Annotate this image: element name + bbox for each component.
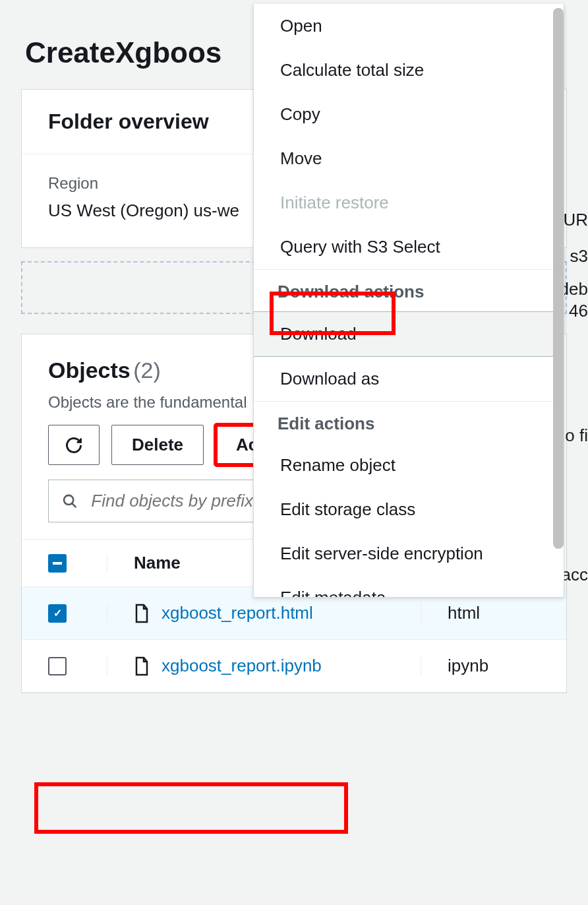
menu-move[interactable]: Move	[254, 137, 564, 181]
description-tail-fragment: acc	[562, 565, 588, 585]
column-name-header[interactable]: Name	[134, 553, 181, 573]
menu-edit-metadata[interactable]: Edit metadata	[254, 576, 564, 598]
file-name: xgboost_report.html	[162, 603, 313, 623]
file-type: ipynb	[448, 656, 488, 676]
file-icon	[134, 604, 150, 623]
select-all-checkbox[interactable]	[48, 554, 67, 573]
actions-dropdown: Open Calculate total size Copy Move Init…	[253, 4, 564, 598]
objects-title: Objects	[48, 358, 131, 383]
s3-uri-value-fragment-3: 46	[569, 301, 588, 321]
menu-edit-encryption[interactable]: Edit server-side encryption	[254, 532, 564, 576]
svg-line-1	[72, 503, 76, 507]
delete-label: Delete	[132, 435, 183, 455]
s3-uri-fragment: UR	[563, 210, 588, 230]
menu-section-edit: Edit actions	[254, 401, 564, 443]
menu-download[interactable]: Download	[254, 311, 564, 357]
menu-section-download: Download actions	[254, 269, 564, 311]
file-name: xgboost_report.ipynb	[162, 656, 322, 676]
file-icon	[134, 656, 150, 676]
menu-open[interactable]: Open	[254, 4, 564, 48]
menu-query-select[interactable]: Query with S3 Select	[254, 225, 564, 269]
menu-calculate-size[interactable]: Calculate total size	[254, 48, 564, 92]
table-row[interactable]: xgboost_report.ipynb ipynb	[22, 640, 566, 693]
menu-download-as[interactable]: Download as	[254, 357, 564, 401]
menu-copy[interactable]: Copy	[254, 92, 564, 137]
file-type: html	[448, 603, 480, 623]
drop-hint-fragment: o fi	[565, 425, 588, 446]
delete-button[interactable]: Delete	[111, 425, 204, 465]
search-icon	[62, 493, 78, 510]
file-link[interactable]: xgboost_report.ipynb	[134, 656, 322, 676]
menu-edit-storage[interactable]: Edit storage class	[254, 487, 564, 532]
menu-rename[interactable]: Rename object	[254, 443, 564, 487]
scrollbar[interactable]	[553, 8, 564, 549]
refresh-button[interactable]	[48, 425, 100, 465]
refresh-icon	[65, 436, 83, 454]
row-checkbox[interactable]: ✓	[48, 604, 67, 623]
svg-point-0	[64, 495, 73, 504]
s3-uri-value-fragment: s3	[570, 246, 588, 266]
row-highlight-annotation	[34, 782, 348, 834]
objects-count: (2)	[133, 358, 161, 383]
row-checkbox[interactable]	[48, 657, 67, 675]
file-link[interactable]: xgboost_report.html	[134, 603, 313, 623]
menu-initiate-restore: Initiate restore	[254, 181, 564, 225]
